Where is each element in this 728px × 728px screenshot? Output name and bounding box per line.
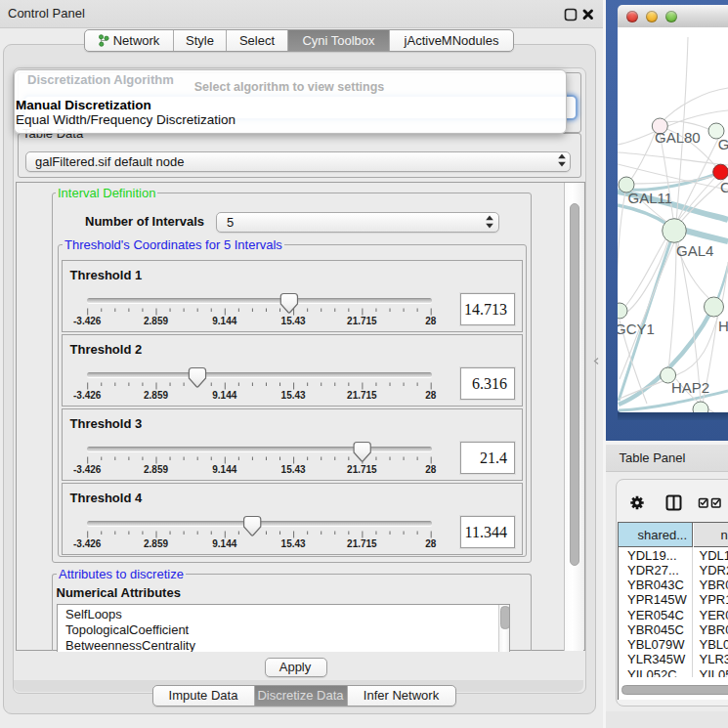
svg-text:GCY1: GCY1: [618, 321, 655, 337]
svg-text:HAP2: HAP2: [671, 379, 709, 396]
svg-text:G.: G.: [718, 136, 728, 152]
svg-text:H: H: [718, 318, 728, 334]
svg-text:GAL80: GAL80: [655, 129, 701, 146]
svg-text:GAL11: GAL11: [628, 190, 673, 206]
svg-text:C: C: [720, 179, 728, 195]
svg-text:GAL4: GAL4: [676, 242, 713, 259]
